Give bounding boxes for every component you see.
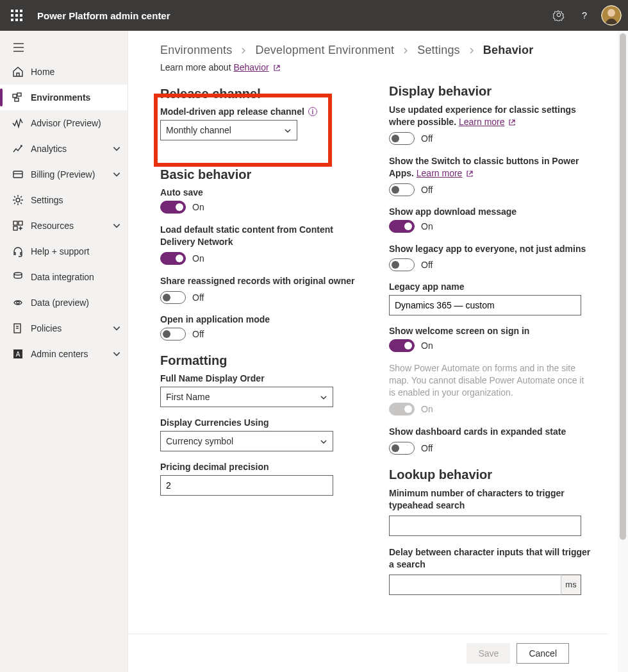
select-value: Monthly channel: [166, 125, 231, 135]
help-icon[interactable]: ?: [572, 0, 597, 31]
toggle-state: On: [421, 404, 433, 414]
toggle-state: Off: [421, 133, 433, 144]
nav-data-preview[interactable]: Data (preview): [0, 290, 128, 315]
app-launcher-icon[interactable]: [6, 5, 27, 26]
collapse-nav-icon[interactable]: [0, 36, 128, 59]
nav-analytics[interactable]: Analytics: [0, 136, 128, 162]
delay-input[interactable]: [389, 575, 581, 595]
nav-advisor[interactable]: Advisor (Preview): [0, 110, 128, 136]
chevron-down-icon: [320, 437, 327, 445]
svg-rect-22: [13, 221, 17, 225]
open-app-toggle[interactable]: [160, 328, 186, 340]
nav-label: Data integration: [31, 272, 121, 282]
learn-more-link[interactable]: Learn more: [417, 168, 463, 178]
svg-rect-24: [13, 226, 17, 230]
formatting-heading: Formatting: [160, 353, 363, 368]
external-link-icon: [466, 170, 474, 178]
svg-rect-6: [11, 19, 13, 21]
nav-label: Billing (Preview): [31, 169, 112, 180]
welcome-toggle[interactable]: [389, 339, 415, 352]
share-toggle[interactable]: [160, 291, 186, 304]
basic-heading: Basic behavior: [160, 167, 363, 182]
nav-admin-centers[interactable]: A Admin centers: [0, 341, 128, 367]
dashboard-label: Show dashboard cards in expanded state: [389, 426, 592, 438]
svg-rect-8: [20, 19, 22, 21]
analytics-icon: [12, 142, 24, 155]
scrollbar[interactable]: [618, 31, 628, 672]
toggle-state: Off: [421, 185, 433, 195]
svg-rect-18: [15, 98, 19, 101]
svg-rect-2: [20, 10, 22, 12]
cancel-button[interactable]: Cancel: [516, 643, 569, 664]
toggle-state: On: [421, 221, 433, 231]
chevron-right-icon: [402, 47, 409, 55]
chevron-down-icon: [112, 170, 121, 179]
chevron-down-icon: [112, 221, 121, 230]
precision-input[interactable]: [160, 475, 333, 496]
min-chars-input[interactable]: [389, 516, 581, 536]
chevron-down-icon: [320, 393, 327, 401]
toggle-state: Off: [421, 443, 433, 453]
section-display-behavior: Display behavior Use updated experience …: [389, 84, 592, 455]
home-icon: [12, 65, 24, 78]
nav-settings[interactable]: Settings: [0, 187, 128, 213]
select-value: Currency symbol: [166, 436, 233, 446]
headset-icon: [12, 245, 24, 258]
switch-classic-toggle[interactable]: [389, 183, 415, 196]
nav-home[interactable]: Home: [0, 59, 128, 85]
scrollbar-thumb[interactable]: [620, 33, 626, 540]
svg-rect-1: [15, 10, 18, 12]
learn-more-behavior-link[interactable]: Behavior: [233, 62, 269, 72]
svg-rect-4: [15, 14, 18, 17]
crumb-settings[interactable]: Settings: [417, 44, 460, 57]
nav-environments[interactable]: Environments: [0, 85, 128, 110]
nav-label: Environments: [31, 92, 121, 103]
auto-save-toggle[interactable]: [160, 201, 186, 214]
legacy-name-input[interactable]: [389, 295, 581, 315]
section-lookup-behavior: Lookup behavior Minimum number of charac…: [389, 467, 592, 595]
updated-exp-toggle[interactable]: [389, 132, 415, 145]
toggle-state: Off: [421, 260, 433, 270]
dashboard-toggle[interactable]: [389, 442, 415, 455]
billing-icon: [12, 168, 24, 181]
nav-data-integration[interactable]: Data integration: [0, 264, 128, 290]
nav-resources[interactable]: Resources: [0, 213, 128, 239]
download-msg-toggle[interactable]: [389, 220, 415, 233]
nav-billing[interactable]: Billing (Preview): [0, 162, 128, 187]
admin-centers-icon: A: [12, 348, 24, 360]
release-channel-label: Model-driven app release channel i: [160, 106, 363, 117]
min-chars-label: Minimum number of characters to trigger …: [389, 487, 592, 512]
svg-point-11: [607, 9, 615, 17]
release-channel-select[interactable]: Monthly channel: [160, 120, 297, 140]
svg-rect-3: [11, 14, 13, 17]
lookup-heading: Lookup behavior: [389, 467, 592, 482]
user-avatar[interactable]: [601, 5, 622, 26]
nav-help[interactable]: Help + support: [0, 239, 128, 264]
currency-select[interactable]: Currency symbol: [160, 431, 333, 451]
crumb-environments[interactable]: Environments: [160, 44, 232, 57]
chevron-down-icon: [284, 126, 292, 134]
delay-label: Delay between character inputs that will…: [389, 546, 592, 571]
learn-more-link[interactable]: Learn more: [459, 117, 505, 127]
chevron-down-icon: [112, 144, 121, 153]
nav-label: Analytics: [31, 144, 112, 154]
chevron-down-icon: [112, 324, 121, 333]
crumb-environment[interactable]: Development Environment: [255, 44, 394, 57]
settings-gear-icon[interactable]: [546, 0, 572, 31]
precision-label: Pricing decimal precision: [160, 462, 363, 472]
chevron-right-icon: [468, 47, 475, 55]
name-order-select[interactable]: First Name: [160, 387, 333, 407]
nav-policies[interactable]: Policies: [0, 315, 128, 341]
section-release-channel: Release channel Model-driven app release…: [160, 84, 363, 155]
top-bar: Power Platform admin center ?: [0, 0, 628, 31]
svg-point-21: [16, 198, 20, 202]
toggle-state: On: [192, 202, 204, 212]
legacy-everyone-toggle[interactable]: [389, 258, 415, 271]
ms-suffix: ms: [561, 575, 581, 595]
svg-rect-5: [20, 14, 22, 17]
toggle-state: Off: [192, 329, 204, 339]
nav-label: Admin centers: [31, 349, 112, 359]
cdn-toggle[interactable]: [160, 252, 186, 265]
info-icon[interactable]: i: [308, 107, 317, 116]
chevron-down-icon: [112, 349, 121, 358]
